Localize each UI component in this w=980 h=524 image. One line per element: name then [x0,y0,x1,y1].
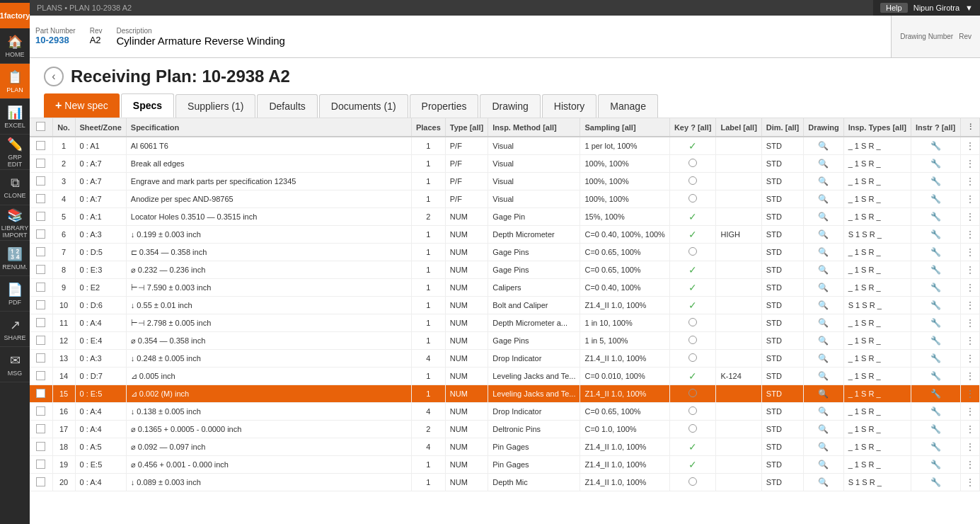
back-button[interactable]: ‹ [44,67,64,86]
cell-checkbox[interactable] [30,421,52,438]
row-checkbox[interactable] [36,336,45,345]
cell-checkbox[interactable] [30,226,52,244]
cell-instr[interactable]: 🔧 [911,137,961,155]
cell-drawing[interactable]: 🔍 [804,421,843,438]
cell-checkbox[interactable] [30,368,52,385]
cell-drawing[interactable]: 🔍 [804,261,843,279]
cell-more[interactable]: ⋮ [961,208,980,226]
row-checkbox[interactable] [36,300,45,309]
cell-more[interactable]: ⋮ [961,155,980,173]
cell-more[interactable]: ⋮ [961,261,980,279]
cell-drawing[interactable]: 🔍 [804,155,843,173]
cell-checkbox[interactable] [30,244,52,261]
cell-checkbox[interactable] [30,137,52,155]
row-checkbox[interactable] [36,353,45,363]
cell-more[interactable]: ⋮ [961,474,980,491]
tab-specs[interactable]: Specs [121,93,174,118]
cell-spec[interactable]: ⊢⊣ 7.590 ± 0.003 inch [126,279,411,297]
sidebar-item-clone[interactable]: ⧉ CLONE [0,170,30,205]
sidebar-item-renum[interactable]: 🔢 RENUM. [0,241,30,276]
sidebar-item-grpedit[interactable]: ✏️ GRP EDIT [0,135,30,170]
row-checkbox[interactable] [36,247,45,256]
cell-instr[interactable]: 🔧 [911,474,961,491]
tab-properties[interactable]: Properties [410,94,479,118]
cell-instr[interactable]: 🔧 [911,438,961,456]
cell-spec[interactable]: ⌀ 0.092 — 0.097 inch [126,438,411,456]
cell-checkbox[interactable] [30,190,52,208]
cell-more[interactable]: ⋮ [961,421,980,438]
cell-drawing[interactable]: 🔍 [804,385,843,403]
cell-drawing[interactable]: 🔍 [804,137,843,155]
cell-instr[interactable]: 🔧 [911,385,961,403]
row-checkbox[interactable] [36,477,45,486]
cell-more[interactable]: ⋮ [961,368,980,385]
cell-checkbox[interactable] [30,261,52,279]
cell-instr[interactable]: 🔧 [911,297,961,314]
cell-drawing[interactable]: 🔍 [804,173,843,190]
cell-instr[interactable]: 🔧 [911,421,961,438]
tab-manage[interactable]: Manage [598,94,658,118]
cell-drawing[interactable]: 🔍 [804,368,843,385]
cell-checkbox[interactable] [30,403,52,421]
cell-spec[interactable]: ⊏ 0.354 — 0.358 inch [126,244,411,261]
cell-spec[interactable]: ↓ 0.199 ± 0.003 inch [126,226,411,244]
cell-checkbox[interactable] [30,332,52,350]
sidebar-item-msg[interactable]: ✉ MSG [0,347,30,382]
cell-drawing[interactable]: 🔍 [804,244,843,261]
sidebar-item-home[interactable]: 🏠 HOME [0,28,30,64]
row-checkbox[interactable] [36,406,45,416]
tab-defaults[interactable]: Defaults [257,94,317,118]
cell-instr[interactable]: 🔧 [911,244,961,261]
app-logo[interactable]: 1factory [0,3,30,28]
cell-spec[interactable]: ⌀ 0.354 — 0.358 inch [126,332,411,350]
cell-instr[interactable]: 🔧 [911,403,961,421]
row-checkbox[interactable] [36,424,45,433]
cell-checkbox[interactable] [30,314,52,332]
row-checkbox[interactable] [36,159,45,168]
cell-more[interactable]: ⋮ [961,456,980,474]
cell-drawing[interactable]: 🔍 [804,190,843,208]
cell-spec[interactable]: ↓ 0.089 ± 0.003 inch [126,474,411,491]
sidebar-item-share[interactable]: ↗ SHARE [0,312,30,347]
cell-spec[interactable]: ↓ 0.248 ± 0.005 inch [126,350,411,368]
cell-instr[interactable]: 🔧 [911,314,961,332]
cell-drawing[interactable]: 🔍 [804,279,843,297]
cell-instr[interactable]: 🔧 [911,368,961,385]
sidebar-item-excel[interactable]: 📊 EXCEL [0,99,30,135]
cell-spec[interactable]: ⊢⊣ 2.798 ± 0.005 inch [126,314,411,332]
cell-drawing[interactable]: 🔍 [804,314,843,332]
cell-instr[interactable]: 🔧 [911,279,961,297]
cell-instr[interactable]: 🔧 [911,173,961,190]
new-spec-button[interactable]: + New spec [44,93,120,118]
cell-instr[interactable]: 🔧 [911,208,961,226]
cell-checkbox[interactable] [30,456,52,474]
cell-checkbox[interactable] [30,350,52,368]
cell-instr[interactable]: 🔧 [911,332,961,350]
cell-checkbox[interactable] [30,385,52,403]
cell-drawing[interactable]: 🔍 [804,456,843,474]
cell-more[interactable]: ⋮ [961,403,980,421]
row-checkbox[interactable] [36,371,45,380]
cell-more[interactable]: ⋮ [961,173,980,190]
cell-more[interactable]: ⋮ [961,314,980,332]
cell-instr[interactable]: 🔧 [911,155,961,173]
row-checkbox[interactable] [36,265,45,274]
cell-spec[interactable]: Engrave and mark parts per specification… [126,173,411,190]
row-checkbox[interactable] [36,460,45,469]
cell-spec[interactable]: ⊿ 0.005 inch [126,368,411,385]
sidebar-item-plan[interactable]: 📋 PLAN [0,64,30,99]
cell-more[interactable]: ⋮ [961,190,980,208]
cell-instr[interactable]: 🔧 [911,350,961,368]
cell-drawing[interactable]: 🔍 [804,226,843,244]
sidebar-item-pdf[interactable]: 📄 PDF [0,276,30,312]
tab-suppliers[interactable]: Suppliers (1) [175,94,255,118]
cell-spec[interactable]: ⌀ 0.456 + 0.001 - 0.000 inch [126,456,411,474]
cell-drawing[interactable]: 🔍 [804,474,843,491]
sidebar-item-library[interactable]: 📚 LIBRARY IMPORT [0,205,30,241]
cell-more[interactable]: ⋮ [961,350,980,368]
row-checkbox[interactable] [36,389,45,398]
cell-instr[interactable]: 🔧 [911,456,961,474]
cell-more[interactable]: ⋮ [961,137,980,155]
cell-spec[interactable]: ↓ 0.138 ± 0.005 inch [126,403,411,421]
cell-more[interactable]: ⋮ [961,226,980,244]
